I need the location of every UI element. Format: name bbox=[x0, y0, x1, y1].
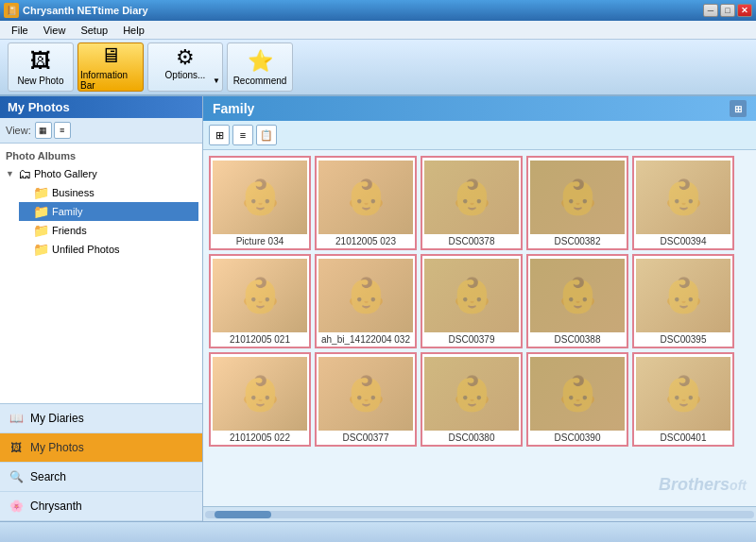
photo-thumbnail: 👶 bbox=[424, 161, 519, 234]
photo-label: DSC00390 bbox=[531, 432, 624, 443]
expand-button[interactable]: ⊞ bbox=[730, 100, 747, 117]
tree-root[interactable]: ▼ 🗂 Photo Gallery bbox=[4, 164, 198, 183]
menu-help[interactable]: Help bbox=[115, 23, 152, 38]
options-button[interactable]: ⚙ Options... ▼ bbox=[147, 42, 223, 92]
left-panel: My Photos View: ▦ ≡ Photo Albums ▼ 🗂 Pho… bbox=[0, 96, 203, 521]
nav-chrysanth-label: Chrysanth bbox=[30, 500, 82, 513]
recommend-icon: ⭐ bbox=[248, 49, 273, 74]
view-list-button[interactable]: ≡ bbox=[232, 125, 253, 145]
photo-thumbnail: 👶 bbox=[530, 259, 625, 332]
photo-thumbnail: 👶 bbox=[213, 357, 307, 431]
nav-diaries-label: My Diaries bbox=[30, 412, 84, 425]
photo-item[interactable]: 👶DSC00395 bbox=[632, 254, 734, 348]
tree-business[interactable]: 📁 Business bbox=[19, 183, 198, 202]
photo-item[interactable]: 👶DSC00401 bbox=[632, 352, 734, 447]
menu-setup[interactable]: Setup bbox=[73, 23, 115, 38]
photo-item[interactable]: 👶21012005 022 bbox=[209, 352, 311, 447]
photo-thumbnail: 👶 bbox=[636, 161, 730, 234]
new-photo-button[interactable]: 🖼 New Photo bbox=[8, 42, 74, 92]
my-photos-title: My Photos bbox=[8, 100, 70, 114]
photo-label: DSC00382 bbox=[531, 236, 624, 246]
photo-item[interactable]: 👶DSC00379 bbox=[421, 254, 523, 348]
right-toolbar: ⊞ ≡ 📋 bbox=[203, 121, 756, 150]
photo-item[interactable]: 👶21012005 023 bbox=[315, 156, 417, 250]
main-area: My Photos View: ▦ ≡ Photo Albums ▼ 🗂 Pho… bbox=[0, 96, 756, 521]
title-bar-buttons: ─ □ ✕ bbox=[703, 4, 752, 17]
tree-arrow-icon: ▼ bbox=[6, 169, 15, 178]
photo-item[interactable]: 👶DSC00388 bbox=[526, 254, 628, 348]
title-bar: 📔 Chrysanth NETtime Diary ─ □ ✕ bbox=[0, 0, 756, 21]
tree-business-label: Business bbox=[52, 187, 94, 198]
photo-item[interactable]: 👶DSC00390 bbox=[526, 352, 628, 447]
chrysanth-icon: 🌸 bbox=[8, 498, 25, 515]
photo-label: DSC00394 bbox=[637, 236, 730, 246]
menu-view[interactable]: View bbox=[36, 23, 74, 38]
photo-item[interactable]: 👶DSC00380 bbox=[421, 352, 523, 447]
scrollbar-thumb[interactable] bbox=[215, 511, 271, 518]
options-label: Options... bbox=[165, 70, 206, 80]
menu-file[interactable]: File bbox=[4, 23, 36, 38]
nav-chrysanth[interactable]: 🌸 Chrysanth bbox=[0, 492, 202, 521]
tree-section: Photo Albums ▼ 🗂 Photo Gallery 📁 Busines… bbox=[0, 144, 202, 403]
nav-my-diaries[interactable]: 📖 My Diaries bbox=[0, 404, 202, 433]
tree-friends-label: Friends bbox=[52, 225, 87, 236]
recommend-button[interactable]: ⭐ Recommend bbox=[227, 42, 293, 92]
app-icon: 📔 bbox=[4, 3, 19, 18]
right-panel: Family ⊞ ⊞ ≡ 📋 👶Picture 034👶21012005 023… bbox=[203, 96, 756, 521]
photo-label: DSC00401 bbox=[637, 432, 730, 443]
app-title: Chrysanth NETtime Diary bbox=[23, 5, 703, 16]
menu-bar: File View Setup Help bbox=[0, 21, 756, 40]
photo-thumbnail: 👶 bbox=[318, 259, 413, 332]
photo-thumbnail: 👶 bbox=[530, 161, 625, 234]
tree-family[interactable]: 📁 Family bbox=[19, 202, 198, 221]
tree-friends[interactable]: 📁 Friends bbox=[19, 221, 198, 240]
right-header: Family ⊞ bbox=[203, 96, 756, 121]
tree-unfiled[interactable]: 📁 Unfiled Photos bbox=[19, 240, 198, 259]
photo-thumbnail: 👶 bbox=[213, 259, 307, 332]
tree-unfiled-label: Unfiled Photos bbox=[52, 244, 120, 255]
photo-grid: 👶Picture 034👶21012005 023👶DSC00378👶DSC00… bbox=[203, 150, 756, 506]
new-photo-label: New Photo bbox=[18, 76, 64, 86]
view-controls: View: ▦ ≡ bbox=[0, 118, 202, 144]
information-bar-button[interactable]: 🖥 Information Bar bbox=[77, 42, 144, 92]
new-photo-icon: 🖼 bbox=[30, 49, 51, 74]
photo-label: DSC00378 bbox=[425, 236, 518, 246]
minimize-button[interactable]: ─ bbox=[703, 4, 718, 17]
close-button[interactable]: ✕ bbox=[737, 4, 752, 17]
photo-thumbnail: 👶 bbox=[424, 357, 519, 431]
photo-item[interactable]: 👶Picture 034 bbox=[209, 156, 311, 250]
photo-thumbnail: 👶 bbox=[318, 161, 413, 234]
photo-label: 21012005 021 bbox=[214, 334, 306, 345]
horizontal-scrollbar[interactable] bbox=[203, 506, 756, 521]
photo-thumbnail: 👶 bbox=[636, 259, 730, 332]
photo-item[interactable]: 👶DSC00382 bbox=[526, 156, 628, 250]
photo-item[interactable]: 👶21012005 021 bbox=[209, 254, 311, 348]
photo-gallery-folder-icon: 🗂 bbox=[18, 166, 31, 181]
photo-label: Picture 034 bbox=[214, 236, 306, 246]
photo-item[interactable]: 👶DSC00394 bbox=[632, 156, 734, 250]
family-folder-icon: 📁 bbox=[33, 204, 49, 219]
tree-family-label: Family bbox=[52, 206, 82, 217]
view-grid-button[interactable]: ⊞ bbox=[209, 125, 230, 145]
nav-search[interactable]: 🔍 Search bbox=[0, 463, 202, 492]
business-folder-icon: 📁 bbox=[33, 185, 49, 200]
search-nav-icon: 🔍 bbox=[8, 468, 25, 485]
photo-thumbnail: 👶 bbox=[213, 161, 307, 234]
photo-thumbnail: 👶 bbox=[636, 357, 730, 431]
maximize-button[interactable]: □ bbox=[720, 4, 735, 17]
scrollbar-track bbox=[205, 511, 754, 518]
photo-item[interactable]: 👶DSC00378 bbox=[421, 156, 523, 250]
photo-item[interactable]: 👶DSC00377 bbox=[315, 352, 417, 447]
left-panel-header: My Photos bbox=[0, 96, 202, 118]
view-small-icon[interactable]: ▦ bbox=[35, 122, 52, 139]
options-arrow-icon: ▼ bbox=[213, 76, 220, 85]
unfiled-folder-icon: 📁 bbox=[33, 242, 49, 257]
view-list-icon[interactable]: ≡ bbox=[54, 122, 71, 139]
photo-label: DSC00377 bbox=[319, 432, 412, 443]
photo-label: DSC00388 bbox=[531, 334, 624, 345]
photo-item[interactable]: 👶ah_bi_14122004 032 bbox=[315, 254, 417, 348]
status-bar bbox=[0, 521, 756, 542]
nav-my-photos[interactable]: 🖼 My Photos bbox=[0, 433, 202, 463]
view-details-button[interactable]: 📋 bbox=[256, 125, 277, 145]
diaries-icon: 📖 bbox=[8, 410, 25, 427]
